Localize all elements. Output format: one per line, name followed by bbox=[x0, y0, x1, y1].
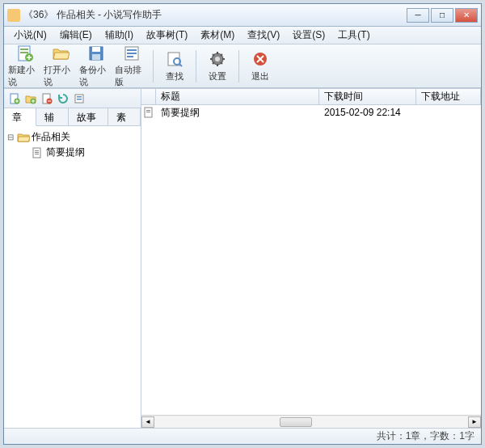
tree-root-label: 作品相关 bbox=[32, 130, 70, 144]
open-novel-button[interactable]: 打开小说 bbox=[43, 47, 78, 86]
statusbar: 共计：1章，字数：1字 bbox=[4, 428, 481, 444]
settings-label: 设置 bbox=[209, 70, 226, 82]
settings-button[interactable]: 设置 bbox=[200, 47, 235, 86]
exit-icon bbox=[251, 49, 270, 69]
titlebar: 《36》 作品相关 - 小说写作助手 ─ □ ✕ bbox=[4, 4, 481, 27]
close-button[interactable]: ✕ bbox=[455, 8, 478, 23]
tree-delete-button[interactable] bbox=[40, 91, 54, 106]
tree-child-group: 简要提纲 bbox=[22, 145, 137, 160]
maximize-button[interactable]: □ bbox=[431, 8, 453, 23]
collapse-icon[interactable]: ⊟ bbox=[7, 133, 17, 142]
svg-rect-25 bbox=[35, 150, 39, 151]
tab-material[interactable]: 素材 bbox=[108, 108, 141, 125]
svg-rect-23 bbox=[77, 99, 82, 100]
gear-icon bbox=[208, 49, 227, 69]
folder-open-icon bbox=[17, 132, 30, 143]
list-body[interactable]: 简要提纲 2015-02-09 22:14 bbox=[141, 105, 481, 415]
left-panel: 章节 辅助 故事树 素材 ⊟ 作品相关 简要提纲 bbox=[4, 89, 141, 428]
menu-storytree[interactable]: 故事树(T) bbox=[140, 27, 194, 44]
status-text: 共计：1章，字数：1字 bbox=[377, 429, 474, 443]
save-icon bbox=[86, 44, 106, 62]
column-headers: 标题 下载时间 下载地址 bbox=[141, 89, 481, 105]
tab-assist[interactable]: 辅助 bbox=[36, 108, 69, 125]
layout-icon bbox=[122, 44, 141, 62]
toolbar-separator bbox=[153, 50, 154, 82]
menu-edit[interactable]: 编辑(E) bbox=[53, 27, 99, 44]
svg-rect-26 bbox=[35, 152, 39, 153]
svg-point-14 bbox=[215, 57, 220, 61]
svg-rect-30 bbox=[146, 112, 150, 112]
row-doc-icon bbox=[141, 105, 156, 120]
toolbar-separator bbox=[238, 50, 239, 82]
body-area: 章节 辅助 故事树 素材 ⊟ 作品相关 简要提纲 bbox=[4, 88, 481, 428]
new-novel-button[interactable]: 新建小说 bbox=[7, 47, 43, 86]
window-title: 《36》 作品相关 - 小说写作助手 bbox=[23, 8, 407, 22]
col-header-url[interactable]: 下载地址 bbox=[416, 89, 481, 104]
open-novel-label: 打开小说 bbox=[44, 64, 78, 88]
menu-search[interactable]: 查找(V) bbox=[241, 27, 286, 44]
left-tabs: 章节 辅助 故事树 素材 bbox=[4, 108, 141, 126]
svg-rect-6 bbox=[92, 54, 100, 60]
svg-rect-5 bbox=[92, 47, 100, 52]
search-button[interactable]: 查找 bbox=[157, 47, 192, 86]
new-novel-label: 新建小说 bbox=[8, 64, 42, 88]
list-row[interactable]: 简要提纲 2015-02-09 22:14 bbox=[141, 105, 481, 120]
window: 《36》 作品相关 - 小说写作助手 ─ □ ✕ 小说(N) 编辑(E) 辅助(… bbox=[3, 3, 482, 445]
svg-rect-1 bbox=[20, 49, 28, 50]
svg-rect-29 bbox=[146, 110, 150, 111]
toolbar: 新建小说 打开小说 备份小说 自动排版 查找 bbox=[4, 44, 481, 88]
tree-add-folder-button[interactable] bbox=[23, 91, 38, 106]
app-icon bbox=[7, 9, 20, 22]
scroll-track[interactable] bbox=[154, 416, 468, 428]
col-header-time[interactable]: 下载时间 bbox=[319, 89, 416, 104]
backup-novel-button[interactable]: 备份小说 bbox=[78, 47, 114, 86]
menu-novel[interactable]: 小说(N) bbox=[7, 27, 53, 44]
exit-button[interactable]: 退出 bbox=[242, 47, 278, 86]
open-folder-icon bbox=[51, 44, 70, 62]
menu-tools[interactable]: 工具(T) bbox=[331, 27, 376, 44]
tree-view[interactable]: ⊟ 作品相关 简要提纲 bbox=[4, 126, 141, 428]
row-time: 2015-02-09 22:14 bbox=[319, 107, 416, 118]
svg-rect-2 bbox=[20, 52, 28, 53]
svg-rect-22 bbox=[77, 96, 82, 98]
svg-rect-9 bbox=[127, 53, 137, 54]
svg-rect-27 bbox=[35, 154, 39, 154]
scroll-thumb[interactable] bbox=[280, 417, 312, 427]
minimize-button[interactable]: ─ bbox=[407, 8, 429, 23]
tree-new-button[interactable] bbox=[7, 91, 22, 106]
horizontal-scrollbar[interactable]: ◄ ► bbox=[141, 415, 481, 428]
search-icon bbox=[165, 49, 184, 69]
menu-assist[interactable]: 辅助(I) bbox=[99, 27, 140, 44]
auto-layout-label: 自动排版 bbox=[115, 64, 149, 88]
col-header-icon[interactable] bbox=[141, 89, 156, 104]
tree-item[interactable]: 简要提纲 bbox=[22, 145, 137, 160]
col-header-title[interactable]: 标题 bbox=[156, 89, 319, 104]
menu-settings[interactable]: 设置(S) bbox=[286, 27, 331, 44]
scroll-left-icon[interactable]: ◄ bbox=[141, 416, 154, 428]
svg-rect-8 bbox=[127, 49, 137, 51]
scroll-right-icon[interactable]: ► bbox=[468, 416, 481, 428]
menubar: 小说(N) 编辑(E) 辅助(I) 故事树(T) 素材(M) 查找(V) 设置(… bbox=[4, 27, 481, 44]
tree-item-label: 简要提纲 bbox=[46, 146, 85, 159]
tree-root[interactable]: ⊟ 作品相关 bbox=[7, 129, 137, 145]
new-doc-icon bbox=[15, 44, 35, 62]
svg-rect-10 bbox=[127, 56, 133, 57]
search-label: 查找 bbox=[166, 70, 183, 82]
left-toolbar bbox=[4, 89, 141, 108]
toolbar-separator bbox=[196, 50, 196, 82]
window-buttons: ─ □ ✕ bbox=[407, 8, 478, 23]
right-panel: 标题 下载时间 下载地址 简要提纲 2015-02-09 22:14 ◄ ► bbox=[141, 89, 481, 428]
backup-novel-label: 备份小说 bbox=[79, 64, 113, 88]
row-title: 简要提纲 bbox=[156, 106, 319, 120]
tree-refresh-button[interactable] bbox=[56, 91, 70, 106]
tree-props-button[interactable] bbox=[72, 91, 86, 106]
tab-storytree[interactable]: 故事树 bbox=[69, 108, 108, 125]
tab-chapters[interactable]: 章节 bbox=[4, 108, 36, 126]
menu-material[interactable]: 素材(M) bbox=[194, 27, 241, 44]
auto-layout-button[interactable]: 自动排版 bbox=[114, 47, 150, 86]
doc-icon bbox=[32, 147, 44, 158]
exit-label: 退出 bbox=[251, 70, 269, 82]
